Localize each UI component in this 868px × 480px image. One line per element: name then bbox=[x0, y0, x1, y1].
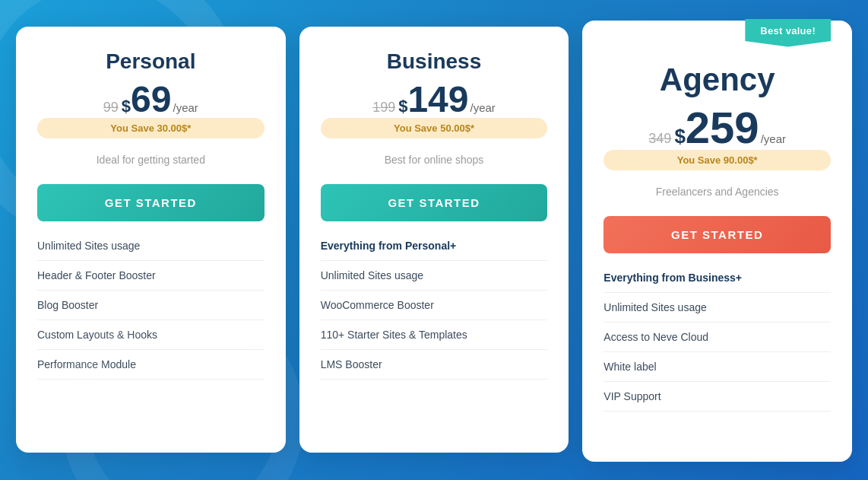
feature-item: Everything from Business+ bbox=[603, 269, 831, 293]
plan-tagline-business: Best for online shops bbox=[321, 154, 548, 170]
savings-badge-agency: You Save 90.00$* bbox=[603, 150, 831, 170]
new-price-personal: 69 bbox=[131, 81, 171, 118]
pricing-card-agency: Best value! Agency 349 $ 259 /year You S… bbox=[582, 21, 852, 462]
dollar-sign-personal: $ bbox=[122, 97, 131, 116]
feature-item: Blog Booster bbox=[37, 291, 265, 320]
feature-item: VIP Support bbox=[603, 382, 831, 412]
new-price-business: 149 bbox=[407, 81, 468, 118]
pricing-card-personal: Personal 99 $ 69 /year You Save 30.00$* … bbox=[16, 27, 286, 453]
price-area-agency: Agency 349 $ 259 /year You Save 90.00$* … bbox=[603, 62, 831, 202]
new-price-agency: 259 bbox=[686, 106, 759, 150]
feature-item: Unlimited Sites usage bbox=[37, 237, 265, 261]
per-year-agency: /year bbox=[761, 132, 786, 145]
savings-badge-personal: You Save 30.00$* bbox=[37, 118, 265, 138]
feature-item: Header & Footer Booster bbox=[37, 261, 265, 291]
feature-item: Performance Module bbox=[37, 350, 265, 380]
old-price-personal: 99 bbox=[103, 100, 119, 116]
feature-item: 110+ Starter Sites & Templates bbox=[321, 320, 548, 350]
old-price-business: 199 bbox=[372, 100, 395, 116]
per-year-business: /year bbox=[470, 101, 496, 114]
pricing-container: Personal 99 $ 69 /year You Save 30.00$* … bbox=[16, 19, 852, 462]
best-value-badge: Best value! bbox=[745, 19, 831, 47]
savings-badge-business: You Save 50.00$* bbox=[321, 118, 548, 138]
feature-item: Everything from Personal+ bbox=[321, 237, 548, 261]
get-started-button-personal[interactable]: GET STARTED bbox=[37, 184, 265, 221]
per-year-personal: /year bbox=[173, 101, 198, 114]
pricing-card-business: Business 199 $ 149 /year You Save 50.00$… bbox=[299, 27, 569, 453]
feature-item: Unlimited Sites usage bbox=[321, 261, 548, 291]
features-list-personal: Unlimited Sites usage Header & Footer Bo… bbox=[37, 237, 265, 380]
plan-tagline-personal: Ideal for getting started bbox=[37, 154, 265, 170]
dollar-sign-business: $ bbox=[398, 97, 407, 116]
price-row-business: 199 $ 149 /year bbox=[321, 81, 548, 118]
old-price-agency: 349 bbox=[648, 131, 671, 147]
plan-name-personal: Personal bbox=[37, 49, 265, 74]
price-area-business: Business 199 $ 149 /year You Save 50.00$… bbox=[321, 49, 548, 170]
dollar-sign-agency: $ bbox=[674, 125, 685, 148]
feature-item: Access to Neve Cloud bbox=[603, 323, 831, 352]
feature-item: White label bbox=[603, 352, 831, 382]
get-started-button-agency[interactable]: GET STARTED bbox=[603, 216, 831, 253]
feature-item: Unlimited Sites usage bbox=[603, 293, 831, 323]
plan-name-business: Business bbox=[321, 49, 548, 74]
plan-name-agency: Agency bbox=[603, 62, 831, 98]
feature-item: WooCommerce Booster bbox=[321, 291, 548, 320]
feature-item: LMS Booster bbox=[321, 350, 548, 380]
features-list-business: Everything from Personal+ Unlimited Site… bbox=[321, 237, 548, 380]
features-list-agency: Everything from Business+ Unlimited Site… bbox=[603, 269, 831, 412]
get-started-button-business[interactable]: GET STARTED bbox=[321, 184, 548, 221]
price-area-personal: Personal 99 $ 69 /year You Save 30.00$* … bbox=[37, 49, 265, 170]
feature-item: Custom Layouts & Hooks bbox=[37, 320, 265, 350]
price-row-agency: 349 $ 259 /year bbox=[603, 106, 831, 150]
plan-tagline-agency: Freelancers and Agencies bbox=[603, 186, 831, 202]
price-row-personal: 99 $ 69 /year bbox=[37, 81, 265, 118]
